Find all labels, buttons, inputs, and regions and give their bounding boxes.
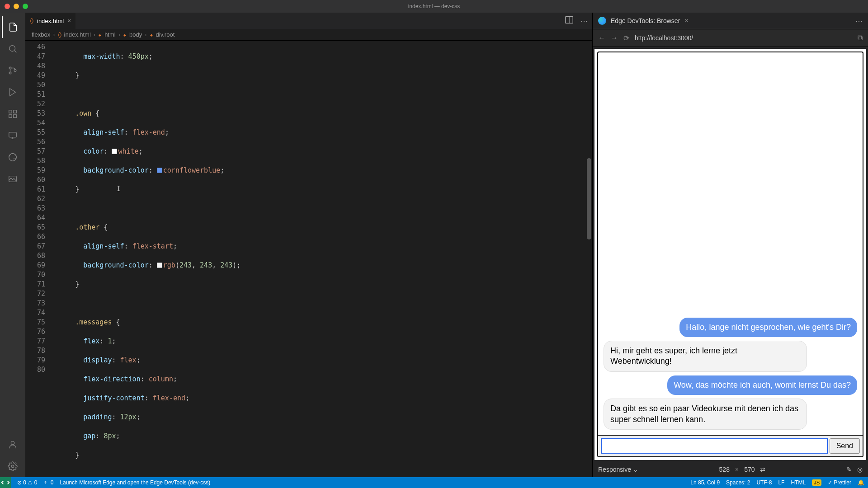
svg-point-0 xyxy=(9,46,15,52)
svg-rect-7 xyxy=(14,115,16,117)
element-icon: ⬥ xyxy=(150,31,153,38)
svg-rect-4 xyxy=(9,110,12,113)
devtools-toolbar: ← → ⟳ http://localhost:3000/ ⧉ xyxy=(593,29,868,47)
cursor-position[interactable]: Ln 85, Col 9 xyxy=(690,479,720,486)
chat-bubble-own: Hallo, lange nicht gesprochen, wie geht'… xyxy=(679,318,857,337)
status-bar: ⊘ 0 ⚠ 0 ᯤ 0 Launch Microsoft Edge and op… xyxy=(0,477,868,488)
close-tab-icon[interactable]: × xyxy=(67,17,71,24)
errors-indicator[interactable]: ⊘ 0 ⚠ 0 xyxy=(17,479,37,486)
forward-icon[interactable]: → xyxy=(611,34,618,42)
close-window-button[interactable] xyxy=(5,4,10,9)
devtools-tab[interactable]: Edge DevTools: Browser × ⋯ xyxy=(593,13,868,29)
breadcrumb-seg[interactable]: body xyxy=(129,31,142,38)
editor-region: 〈〉 index.html × ⋯ flexbox› 〈〉 index.html… xyxy=(25,13,592,477)
eol[interactable]: LF xyxy=(778,479,784,486)
tab-bar: 〈〉 index.html × ⋯ xyxy=(25,13,592,29)
notifications-icon[interactable]: 🔔 xyxy=(858,479,864,486)
open-external-icon[interactable]: ⧉ xyxy=(858,34,863,42)
css-overview-icon[interactable]: ◎ xyxy=(857,466,863,473)
prettier-status[interactable]: ✓ Prettier xyxy=(828,479,851,486)
breadcrumb-seg[interactable]: flexbox xyxy=(32,31,50,38)
devtools-footer: Responsive ⌄ 528 × 570 ⇄ ✎ ◎ xyxy=(593,462,868,477)
element-icon: ⬥ xyxy=(123,31,127,38)
line-gutter: 4647484950515253545556575859606162636465… xyxy=(25,41,51,477)
run-debug-icon[interactable] xyxy=(2,81,24,103)
svg-point-3 xyxy=(14,70,16,72)
viewport-width[interactable]: 528 xyxy=(719,466,730,473)
workbench: 〈〉 index.html × ⋯ flexbox› 〈〉 index.html… xyxy=(0,13,868,477)
chat-bubble-other: Hi, mir geht es super, ich lerne jetzt W… xyxy=(604,341,807,372)
eslint-badge[interactable]: JS xyxy=(812,479,821,486)
chat-text-input[interactable] xyxy=(601,438,828,454)
tab-index-html[interactable]: 〈〉 index.html × xyxy=(25,13,75,29)
viewport-height[interactable]: 570 xyxy=(744,466,755,473)
chat-input-row: Send xyxy=(598,435,863,456)
times-icon: × xyxy=(735,466,739,473)
source-control-icon[interactable] xyxy=(2,60,24,81)
device-dropdown[interactable]: Responsive ⌄ xyxy=(598,466,638,473)
scrollbar-thumb[interactable] xyxy=(587,158,591,239)
svg-rect-5 xyxy=(14,110,16,113)
remote-indicator[interactable] xyxy=(0,477,11,488)
code-editor[interactable]: 4647484950515253545556575859606162636465… xyxy=(25,41,592,477)
text-cursor-icon: 𝙸 xyxy=(117,184,121,194)
element-icon: ⬥ xyxy=(98,31,102,38)
indentation[interactable]: Spaces: 2 xyxy=(726,479,750,486)
more-actions-icon[interactable]: ⋯ xyxy=(855,17,863,25)
breadcrumb[interactable]: flexbox› 〈〉 index.html› ⬥ html› ⬥ body› … xyxy=(25,29,592,41)
window-title: index.html — dev-css xyxy=(408,3,460,9)
breadcrumb-seg[interactable]: index.html xyxy=(64,31,91,38)
encoding[interactable]: UTF-8 xyxy=(756,479,772,486)
refresh-icon[interactable]: ⟳ xyxy=(623,34,629,42)
screenshot-icon[interactable]: ✎ xyxy=(846,466,852,473)
devtools-title: Edge DevTools: Browser xyxy=(611,17,680,24)
remote-explorer-icon[interactable] xyxy=(2,125,24,146)
code-content[interactable]: max-width: 450px; } .own { align-self: f… xyxy=(51,41,592,477)
chat-bubble-other: Da gibt es so ein paar Videokurse mit de… xyxy=(604,399,807,430)
language-mode[interactable]: HTML xyxy=(791,479,806,486)
accounts-icon[interactable] xyxy=(2,434,24,455)
svg-point-2 xyxy=(9,72,11,74)
breadcrumb-seg[interactable]: html xyxy=(104,31,116,38)
tab-filename: index.html xyxy=(37,18,64,24)
url-input[interactable]: http://localhost:3000/ xyxy=(635,34,852,42)
devtools-panel: Edge DevTools: Browser × ⋯ ← → ⟳ http://… xyxy=(592,13,868,477)
breadcrumb-seg[interactable]: div.root xyxy=(156,31,175,38)
close-devtools-icon[interactable]: × xyxy=(684,17,689,25)
svg-rect-6 xyxy=(9,115,12,117)
send-button[interactable]: Send xyxy=(830,438,860,454)
activity-bar xyxy=(0,13,25,477)
svg-point-11 xyxy=(11,441,14,445)
preview-frame: Hallo, lange nicht gesprochen, wie geht'… xyxy=(594,49,866,460)
html-file-icon: 〈〉 xyxy=(58,31,61,38)
search-icon[interactable] xyxy=(2,38,24,60)
svg-rect-8 xyxy=(9,132,17,137)
gallery-icon[interactable] xyxy=(2,168,24,190)
chat-bubble-own: Wow, das möchte ich auch, womit lernst D… xyxy=(667,375,857,395)
titlebar: index.html — dev-css xyxy=(0,0,868,13)
minimize-window-button[interactable] xyxy=(14,4,19,9)
chat-messages: Hallo, lange nicht gesprochen, wie geht'… xyxy=(598,52,863,435)
split-editor-icon[interactable] xyxy=(564,15,574,27)
explorer-icon[interactable] xyxy=(2,16,24,38)
port-indicator[interactable]: ᯤ 0 xyxy=(43,479,53,486)
settings-icon[interactable] xyxy=(2,455,24,477)
back-icon[interactable]: ← xyxy=(598,34,605,42)
rotate-icon[interactable]: ⇄ xyxy=(760,466,765,473)
maximize-window-button[interactable] xyxy=(23,4,28,9)
window-controls xyxy=(5,4,28,9)
html-file-icon: 〈〉 xyxy=(30,17,33,24)
edge-tools-icon[interactable] xyxy=(2,146,24,168)
svg-point-1 xyxy=(9,67,11,69)
launch-edge-action[interactable]: Launch Microsoft Edge and open the Edge … xyxy=(60,479,210,486)
chevron-down-icon: ⌄ xyxy=(633,466,638,473)
more-actions-icon[interactable]: ⋯ xyxy=(580,17,588,25)
extensions-icon[interactable] xyxy=(2,103,24,125)
svg-point-12 xyxy=(11,465,14,468)
edge-browser-icon xyxy=(598,17,606,25)
